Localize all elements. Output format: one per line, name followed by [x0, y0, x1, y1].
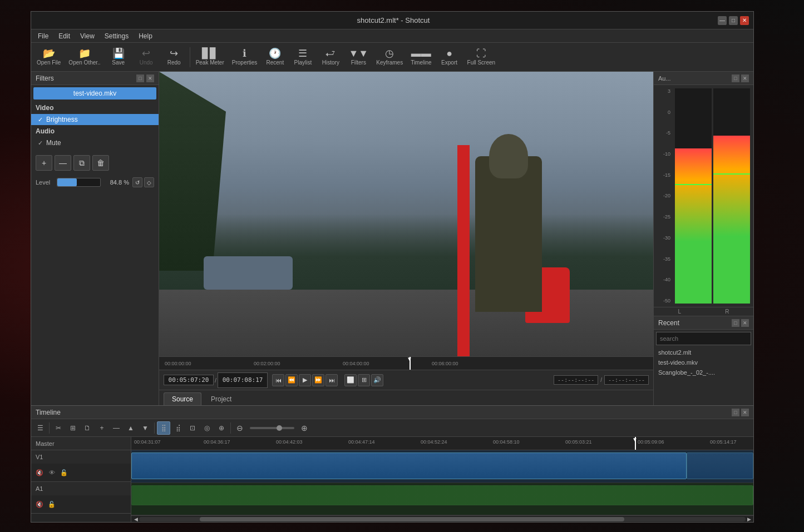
rewind-button[interactable]: ⏪ — [285, 374, 298, 386]
tl-mark-7: 00:05:09:06 — [638, 439, 664, 445]
timeline-cut-button[interactable]: ✂ — [52, 421, 65, 435]
filter-add-button[interactable]: + — [36, 155, 52, 171]
v1-eye-button[interactable]: 👁 — [47, 468, 57, 478]
play-button[interactable]: ▶ — [299, 374, 311, 386]
open-file-button[interactable]: 📂 Open File — [33, 44, 64, 70]
a1-mute-button[interactable]: 🔇 — [34, 499, 45, 509]
forward-end-button[interactable]: ⏭ — [325, 374, 338, 386]
fullscreen-button[interactable]: ⛶ Full Screen — [464, 44, 499, 70]
v1-video-clip-cut[interactable] — [687, 453, 753, 479]
filter-level-keyframe-button[interactable]: ◇ — [144, 177, 154, 187]
scrollbar-track[interactable] — [139, 517, 746, 521]
timeline-minus-button[interactable]: — — [110, 421, 123, 435]
filters-label: Filters — [351, 59, 366, 66]
timeline-snap-button[interactable]: ⊡ — [186, 421, 199, 435]
recent-item-shotcut[interactable]: shotcut2.mlt — [654, 347, 753, 357]
filters-icon: ▼▼ — [349, 48, 369, 58]
timeline-append-button[interactable]: ⊞ — [66, 421, 80, 435]
undo-button[interactable]: ↩ Undo — [133, 44, 160, 70]
recent-item-scanglobe[interactable]: Scanglobe_-_02_-.... — [654, 367, 753, 377]
a1-track-controls: 🔇 🔓 — [31, 495, 131, 513]
timeline-label: Timeline — [411, 59, 431, 66]
rewind-start-button[interactable]: ⏮ — [272, 374, 284, 386]
scale-10: -10 — [658, 151, 670, 157]
scale-25: -25 — [658, 214, 670, 220]
filter-brightness[interactable]: ✓ Brightness — [31, 114, 159, 125]
filter-level-bar-container[interactable] — [57, 178, 101, 187]
audio-meter-float-button[interactable]: □ — [732, 74, 739, 82]
recent-header: Recent □ ✕ — [654, 316, 753, 330]
transport-controls: ⏮ ⏪ ▶ ⏩ ⏭ — [272, 374, 338, 386]
timeline-add-button[interactable]: + — [95, 421, 108, 435]
project-tab[interactable]: Project — [203, 392, 240, 405]
open-other-button[interactable]: 📁 Open Other.. — [65, 44, 103, 70]
save-button[interactable]: 💾 Save — [105, 44, 132, 70]
filter-copy-button[interactable]: ⧉ — [73, 155, 90, 171]
timeline-button[interactable]: ▬▬ Timeline — [407, 44, 435, 70]
playlist-button[interactable]: ☰ Playlist — [289, 44, 316, 70]
menu-edit[interactable]: Edit — [54, 31, 75, 41]
timeline-lift-button[interactable]: ▲ — [124, 421, 137, 435]
trees-left — [159, 72, 226, 271]
filter-remove-button[interactable]: — — [55, 155, 71, 171]
recent-button[interactable]: 🕐 Recent — [262, 44, 288, 70]
v1-track-label: V1 — [31, 450, 131, 464]
timeline-scrub-button[interactable]: ◎ — [200, 421, 214, 435]
out-point-field[interactable] — [604, 375, 649, 385]
timeline-float-button[interactable]: □ — [732, 409, 739, 416]
filter-level-reset-button[interactable]: ↺ — [132, 177, 142, 187]
in-point-field[interactable] — [554, 375, 598, 385]
volume-button[interactable]: 🔊 — [371, 374, 383, 386]
zoom-slider[interactable] — [250, 427, 294, 429]
recent-item-testvideo[interactable]: test-video.mkv — [654, 357, 753, 367]
grid-button[interactable]: ⊞ — [358, 374, 370, 386]
keyframes-button[interactable]: ◷ Keyframes — [373, 44, 406, 70]
a1-lock-button[interactable]: 🔓 — [47, 499, 57, 509]
menu-file[interactable]: File — [33, 31, 53, 41]
filters-float-button[interactable]: □ — [136, 74, 144, 82]
recent-float-button[interactable]: □ — [732, 319, 739, 327]
a1-audio-clip[interactable] — [131, 485, 753, 505]
timeline-ripple-all-button[interactable]: ⣾ — [171, 421, 185, 435]
filter-mute[interactable]: ✓ Mute — [31, 137, 159, 148]
minimize-button[interactable]: — — [718, 16, 727, 25]
redo-button[interactable]: ↪ Redo — [161, 44, 188, 70]
audio-meter-close-button[interactable]: ✕ — [741, 74, 749, 82]
zoom-in-button[interactable]: ⊕ — [298, 421, 311, 435]
zoom-out-button[interactable]: ⊖ — [233, 421, 246, 435]
inpoint-button[interactable]: ⬜ — [344, 374, 357, 386]
export-button[interactable]: ● Export — [436, 44, 463, 70]
filters-button[interactable]: ▼▼ Filters — [345, 44, 372, 70]
menu-settings[interactable]: Settings — [100, 31, 133, 41]
forward-button[interactable]: ⏩ — [312, 374, 324, 386]
scrollbar-thumb[interactable] — [200, 517, 624, 521]
audio-meter-header: Au... □ ✕ — [654, 72, 753, 85]
close-button[interactable]: ✕ — [740, 16, 749, 25]
tl-mark-8: 00:05:14:17 — [710, 439, 737, 445]
source-tab[interactable]: Source — [164, 392, 201, 405]
v1-mute-button[interactable]: 🔇 — [34, 468, 45, 478]
properties-button[interactable]: ℹ Properties — [229, 44, 261, 70]
timeline-menu-button[interactable]: ☰ — [33, 421, 47, 435]
history-button[interactable]: ⮐ History — [317, 44, 344, 70]
v1-video-clip[interactable] — [131, 453, 687, 479]
menu-help[interactable]: Help — [134, 31, 157, 41]
timeline-lock-button[interactable]: ⊕ — [215, 421, 228, 435]
menu-view[interactable]: View — [76, 31, 99, 41]
timeline-insert-button[interactable]: 🗋 — [81, 421, 94, 435]
tl-mark-3: 00:04:47:14 — [348, 439, 375, 445]
timeline-close-button[interactable]: ✕ — [741, 409, 749, 416]
recent-close-button[interactable]: ✕ — [741, 319, 749, 327]
maximize-button[interactable]: □ — [729, 16, 738, 25]
playhead — [410, 357, 411, 370]
peak-meter-button[interactable]: ▊▊ Peak Meter — [193, 44, 228, 70]
recent-search-input[interactable] — [656, 332, 751, 345]
filters-close-button[interactable]: ✕ — [146, 74, 154, 82]
timeline-ripple-button[interactable]: ⣿ — [157, 421, 170, 435]
current-time-field[interactable] — [164, 375, 214, 385]
undo-icon: ↩ — [142, 48, 150, 58]
filter-delete-button[interactable]: 🗑 — [92, 155, 109, 171]
filter-brightness-label: Brightness — [46, 116, 78, 123]
v1-lock-button[interactable]: 🔓 — [59, 468, 69, 478]
timeline-overwrite-button[interactable]: ▼ — [139, 421, 152, 435]
